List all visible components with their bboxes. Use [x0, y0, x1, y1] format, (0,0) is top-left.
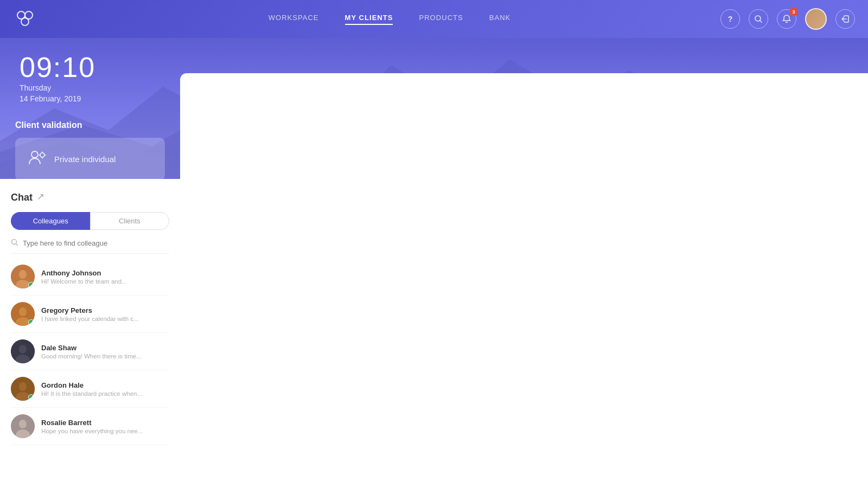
client-validation-title: Client validation [15, 120, 165, 130]
svg-point-23 [19, 382, 27, 391]
svg-point-20 [19, 345, 27, 354]
search-icon [11, 239, 18, 248]
svg-point-5 [31, 151, 38, 158]
avatar [11, 339, 35, 363]
private-individual-icon [28, 150, 47, 169]
avatar [11, 414, 35, 438]
svg-point-2 [21, 18, 29, 25]
svg-line-12 [16, 243, 17, 245]
online-indicator [28, 394, 34, 400]
nav-bank[interactable]: BANK [489, 14, 511, 25]
contact-name: Gordon Hale [41, 381, 169, 389]
online-indicator [28, 282, 34, 288]
clock-date: 14 February, 2019 [20, 94, 161, 103]
contact-name: Anthony Johnson [41, 269, 169, 277]
tab-clients[interactable]: Clients [90, 212, 170, 230]
contact-info: Gregory Peters I have linked your calend… [41, 306, 169, 322]
contact-info: Rosalie Barrett Hope you have everything… [41, 419, 169, 434]
list-item[interactable]: Anthony Johnson Hi! Welcome to the team … [11, 258, 169, 296]
client-validation-card[interactable]: Private individual [15, 138, 165, 181]
svg-point-26 [19, 420, 27, 428]
help-button[interactable]: ? [720, 9, 740, 29]
list-item[interactable]: Rosalie Barrett Hope you have everything… [11, 408, 169, 445]
tab-colleagues[interactable]: Colleagues [11, 212, 90, 230]
contact-info: Gordon Hale Hi! It is the standard pract… [41, 381, 169, 397]
chat-header: Chat [11, 192, 169, 203]
contact-preview: Good morning! When there is time... [41, 353, 169, 359]
header: WORKSPACE MY CLIENTS PRODUCTS BANK ? 3 [0, 0, 868, 38]
avatar [11, 377, 35, 401]
nav-my-clients[interactable]: MY CLIENTS [345, 14, 393, 25]
avatar [11, 265, 35, 288]
chat-expand-icon[interactable] [37, 193, 44, 202]
contact-name: Rosalie Barrett [41, 419, 169, 427]
contact-preview: Hi! Welcome to the team and... [41, 278, 169, 285]
nav-products[interactable]: PRODUCTS [419, 14, 463, 25]
avatar [11, 302, 35, 326]
search-button[interactable] [749, 9, 768, 29]
clock-day: Thursday [20, 84, 161, 92]
chat-section: Chat Colleagues Clients [0, 179, 180, 488]
main-nav: WORKSPACE MY CLIENTS PRODUCTS BANK [59, 14, 720, 25]
nav-workspace[interactable]: WORKSPACE [269, 14, 319, 25]
contact-info: Anthony Johnson Hi! Welcome to the team … [41, 269, 169, 285]
header-actions: ? 3 [720, 8, 855, 30]
contact-list: Anthony Johnson Hi! Welcome to the team … [11, 258, 169, 445]
svg-line-4 [760, 21, 762, 23]
list-item[interactable]: Gregory Peters I have linked your calend… [11, 296, 169, 333]
clock-time: 09:10 [20, 53, 161, 81]
online-indicator [28, 319, 34, 325]
contact-preview: I have linked your calendar with c... [41, 316, 169, 322]
list-item[interactable]: Gordon Hale Hi! It is the standard pract… [11, 370, 169, 408]
chat-tabs: Colleagues Clients [11, 212, 169, 230]
search-input[interactable] [23, 239, 169, 247]
contact-name: Gregory Peters [41, 306, 169, 314]
notification-badge: 3 [789, 8, 798, 16]
contact-preview: Hi! It is the standard practice when... [41, 390, 169, 397]
logo[interactable] [13, 7, 37, 31]
contact-name: Dale Shaw [41, 344, 169, 352]
svg-point-6 [40, 153, 44, 157]
svg-point-14 [19, 270, 27, 279]
contact-info: Dale Shaw Good morning! When there is ti… [41, 344, 169, 359]
chat-title: Chat [11, 192, 33, 203]
chat-search [11, 239, 169, 254]
notifications-button[interactable]: 3 [777, 9, 796, 29]
clock-section: 09:10 Thursday 14 February, 2019 [0, 38, 180, 116]
main-panel [180, 73, 868, 488]
list-item[interactable]: Dale Shaw Good morning! When there is ti… [11, 333, 169, 370]
logout-button[interactable] [835, 9, 855, 29]
client-validation-label: Private individual [54, 155, 116, 164]
contact-preview: Hope you have everything you nee... [41, 428, 169, 434]
svg-point-17 [19, 307, 27, 316]
client-validation-section: Client validation Private individual [0, 120, 180, 181]
user-avatar[interactable] [805, 8, 827, 30]
